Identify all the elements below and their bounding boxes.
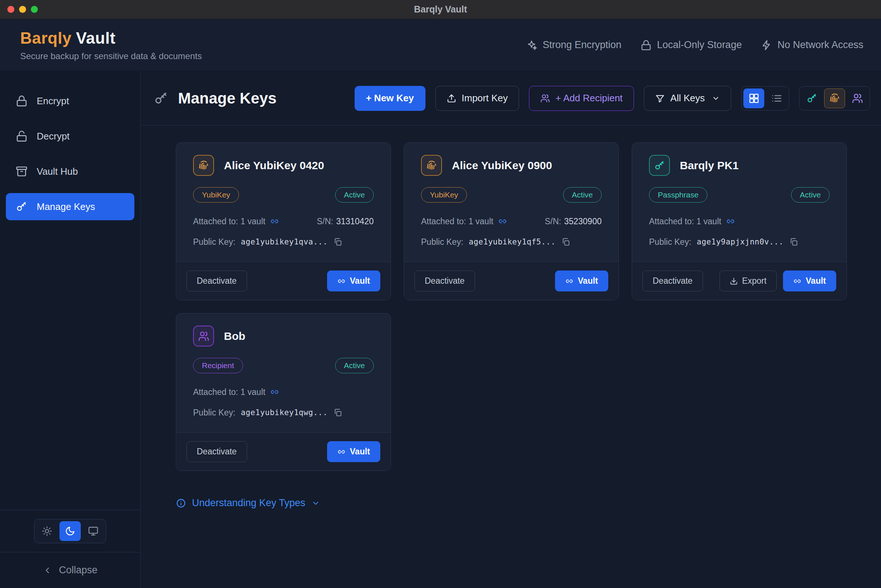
sidebar-item-label: Encrypt [37,95,69,107]
public-key-value: age1y9apjxjnn0v... [697,237,784,246]
key-types-link-label: Understanding Key Types [192,497,305,509]
public-key-value: age1yubikey1qwg... [241,408,328,417]
theme-dark-button[interactable] [60,521,81,541]
key-type-filter-group [799,86,870,111]
filter-recipient-button[interactable] [847,88,868,108]
key-icon [649,155,670,176]
logo-rest-text: Vault [76,29,116,47]
macos-titlebar: Barqly Vault [0,0,881,19]
key-card-alice-0420: Alice YubiKey 0420 YubiKey Active Attach… [176,142,391,300]
bolt-icon [761,40,772,51]
page-title-group: Manage Keys [154,90,276,107]
app-subtitle: Secure backup for sensitive data & docum… [20,51,202,61]
sidebar-item-label: Vault Hub [37,166,78,177]
feature-label: Strong Encryption [543,39,621,51]
new-key-label: + New Key [366,93,414,104]
chevron-down-icon [311,499,320,508]
link-icon [565,277,573,285]
copy-icon[interactable] [789,237,798,246]
public-key-value: age1yubikey1qf5... [469,237,556,246]
manage-keys-toolbar: Manage Keys + New Key Import Key + Add R… [141,71,881,126]
chevron-down-icon [712,94,720,102]
public-key-label: Public Key: [649,237,691,247]
download-icon [730,277,738,285]
public-key-label: Public Key: [193,408,235,418]
sidebar-item-encrypt[interactable]: Encrypt [6,87,134,114]
vault-button[interactable]: Vault [327,270,380,291]
collapse-label: Collapse [59,564,97,576]
add-recipient-button[interactable]: + Add Recipient [529,86,634,111]
key-card-title: Bob [224,330,245,342]
sidebar-collapse-button[interactable]: Collapse [0,552,140,588]
sidebar-item-label: Decrypt [37,130,70,142]
chevron-left-icon [43,566,52,575]
key-type-badge: YubiKey [193,187,239,202]
archive-icon [16,165,27,177]
key-type-badge: Recipient [193,358,243,373]
sidebar-item-decrypt[interactable]: Decrypt [6,123,134,150]
deactivate-button[interactable]: Deactivate [186,270,247,291]
understanding-key-types-link[interactable]: Understanding Key Types [176,497,320,509]
feature-label: No Network Access [777,39,863,51]
import-key-button[interactable]: Import Key [435,86,519,111]
key-filter-dropdown[interactable]: All Keys [644,86,731,111]
main-panel: Manage Keys + New Key Import Key + Add R… [141,71,881,588]
lock-icon [16,95,27,107]
vault-button[interactable]: Vault [783,270,836,291]
lock-icon [641,40,651,51]
moon-icon [65,526,75,536]
grid-view-button[interactable] [743,88,764,108]
deactivate-button[interactable]: Deactivate [414,270,475,291]
vault-button[interactable]: Vault [327,441,380,462]
filter-passphrase-button[interactable] [801,88,822,108]
deactivate-button[interactable]: Deactivate [186,441,247,462]
feature-local-only-storage: Local-Only Storage [641,39,742,51]
app-header: BarqlyVault Secure backup for sensitive … [0,19,881,71]
copy-icon[interactable] [333,237,342,246]
attached-to-text: Attached to: 1 vault [193,216,266,226]
copy-icon[interactable] [561,237,570,246]
theme-system-button[interactable] [83,521,104,541]
status-badge: Active [335,187,374,202]
copy-icon[interactable] [333,408,342,417]
monitor-icon [88,526,98,536]
new-key-button[interactable]: + New Key [354,86,425,111]
vault-link-icon[interactable] [270,388,279,396]
upload-icon [447,94,456,103]
theme-light-button[interactable] [36,521,58,541]
export-button[interactable]: Export [719,270,777,291]
sidebar-item-label: Manage Keys [37,201,95,213]
key-card-title: Alice YubiKey 0420 [224,159,324,172]
sparkles-icon [526,40,537,51]
logo-accent-text: Barqly [20,29,72,47]
app-window: Barqly Vault BarqlyVault Secure backup f… [0,0,881,588]
key-card-bob: Bob Recipient Active Attached to: 1 vaul… [176,313,391,471]
sidebar-item-manage-keys[interactable]: Manage Keys [6,193,134,220]
list-view-button[interactable] [766,88,787,108]
add-recipient-label: + Add Recipient [555,93,623,104]
attached-to-text: Attached to: 1 vault [193,387,266,397]
feature-no-network-access: No Network Access [761,39,863,51]
theme-section [0,510,140,552]
fingerprint-icon [421,155,442,176]
vault-link-icon[interactable] [498,217,507,226]
deactivate-button[interactable]: Deactivate [642,270,703,291]
brand-block: BarqlyVault Secure backup for sensitive … [20,29,202,61]
vault-link-icon[interactable] [270,217,279,226]
vault-button[interactable]: Vault [555,270,608,291]
vault-link-icon[interactable] [726,217,735,226]
page-title: Manage Keys [178,90,276,107]
attached-to-text: Attached to: 1 vault [421,216,493,226]
sidebar-item-vault-hub[interactable]: Vault Hub [6,158,134,185]
status-badge: Active [563,187,602,202]
view-mode-toggle [741,86,789,111]
filter-yubikey-button[interactable] [824,88,845,108]
fingerprint-icon [829,93,840,104]
link-icon [793,277,801,285]
unlock-icon [16,130,27,142]
serial-number: S/N:31310420 [317,216,374,226]
public-key-label: Public Key: [193,237,235,247]
attached-to-text: Attached to: 1 vault [649,216,721,226]
feature-label: Local-Only Storage [657,39,742,51]
cards-area: Alice YubiKey 0420 YubiKey Active Attach… [141,126,881,588]
